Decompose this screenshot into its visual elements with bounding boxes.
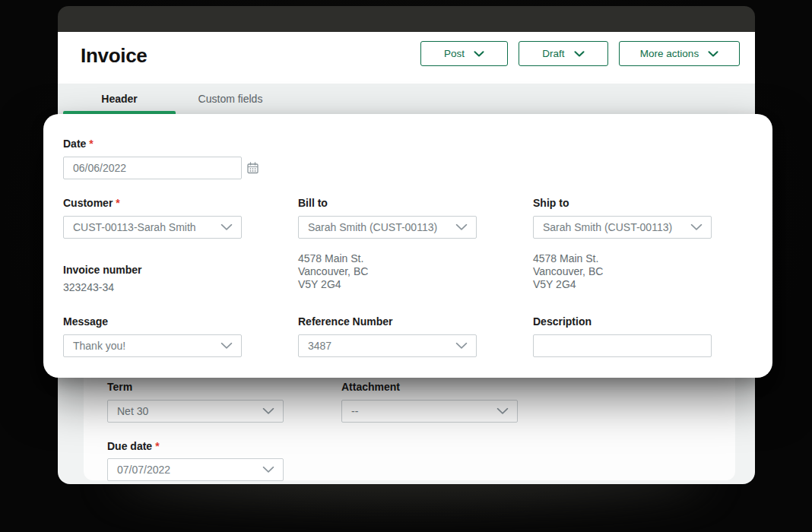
ship-to-value: Sarah Smith (CUST-00113) — [543, 221, 672, 233]
required-asterisk: * — [89, 138, 93, 150]
reference-number-label: Reference Number — [298, 315, 393, 328]
due-date-label: Due date* — [107, 440, 160, 452]
address-line: V5Y 2G4 — [533, 278, 603, 291]
ship-to-address: 4578 Main St. Vancouver, BC V5Y 2G4 — [533, 252, 603, 291]
customer-value: CUST-00113-Sarah Smith — [73, 221, 196, 233]
chevron-down-icon — [455, 343, 468, 350]
attachment-value: -- — [351, 405, 358, 417]
chevron-down-icon — [220, 224, 233, 231]
reference-number-value: 3487 — [308, 340, 331, 352]
invoice-number-value: 323243-34 — [63, 281, 114, 293]
tab-header[interactable]: Header — [63, 84, 176, 114]
tab-custom-fields[interactable]: Custom fields — [181, 84, 280, 114]
ship-to-label: Ship to — [533, 197, 569, 209]
bill-to-dropdown[interactable]: Sarah Smith (CUST-00113) — [298, 216, 477, 239]
chevron-down-icon — [574, 48, 585, 59]
toolbar: Post Draft More actions — [420, 41, 740, 66]
attachment-label: Attachment — [341, 381, 400, 393]
customer-label: Customer* — [63, 197, 120, 209]
tab-bar: Header Custom fields — [58, 84, 755, 114]
message-value: Thank you! — [73, 340, 125, 352]
chevron-down-icon — [455, 224, 468, 231]
page-background: Invoice Post Draft More actions — [0, 0, 812, 532]
draft-button-label: Draft — [542, 48, 564, 59]
page-title: Invoice — [81, 44, 147, 68]
attachment-dropdown[interactable]: -- — [341, 400, 518, 423]
due-date-value: 07/07/2022 — [117, 464, 170, 476]
address-line: V5Y 2G4 — [298, 278, 368, 291]
term-dropdown[interactable]: Net 30 — [107, 400, 284, 423]
chevron-down-icon — [262, 408, 274, 415]
date-input[interactable] — [63, 157, 242, 179]
invoice-number-label: Invoice number — [63, 264, 141, 276]
term-label: Term — [107, 381, 132, 393]
date-label: Date* — [63, 138, 94, 150]
invoice-header-card: Date* Customer* CUST-00113-Sarah Smith — [43, 114, 772, 378]
chevron-down-icon — [474, 48, 484, 59]
post-button[interactable]: Post — [420, 41, 508, 66]
bill-to-value: Sarah Smith (CUST-00113) — [308, 221, 437, 233]
address-line: Vancouver, BC — [533, 265, 603, 278]
message-dropdown[interactable]: Thank you! — [63, 334, 242, 357]
more-actions-button-label: More actions — [640, 48, 699, 59]
bill-to-address: 4578 Main St. Vancouver, BC V5Y 2G4 — [298, 252, 368, 291]
address-line: Vancouver, BC — [298, 265, 368, 278]
chevron-down-icon — [496, 408, 509, 415]
calendar-icon[interactable] — [246, 162, 259, 175]
post-button-label: Post — [444, 48, 465, 59]
address-line: 4578 Main St. — [533, 252, 603, 265]
tab-header-label: Header — [101, 93, 137, 105]
description-input[interactable] — [533, 334, 712, 357]
term-value: Net 30 — [117, 405, 148, 417]
bill-to-label: Bill to — [298, 197, 328, 209]
address-line: 4578 Main St. — [298, 252, 368, 265]
reference-number-dropdown[interactable]: 3487 — [298, 334, 477, 357]
draft-button[interactable]: Draft — [519, 41, 608, 66]
tab-custom-fields-label: Custom fields — [198, 93, 263, 105]
required-asterisk: * — [155, 440, 159, 452]
window-header: Invoice Post Draft More actions — [58, 32, 755, 84]
customer-dropdown[interactable]: CUST-00113-Sarah Smith — [63, 216, 242, 239]
due-date-dropdown[interactable]: 07/07/2022 — [107, 458, 284, 481]
message-label: Message — [63, 315, 108, 328]
chevron-down-icon — [708, 48, 718, 59]
required-asterisk: * — [116, 197, 119, 209]
window-top-bar — [58, 6, 755, 32]
ship-to-dropdown[interactable]: Sarah Smith (CUST-00113) — [533, 216, 712, 239]
chevron-down-icon — [220, 343, 233, 350]
chevron-down-icon — [690, 224, 703, 231]
description-label: Description — [533, 315, 592, 328]
more-actions-button[interactable]: More actions — [619, 41, 740, 66]
chevron-down-icon — [262, 467, 274, 473]
